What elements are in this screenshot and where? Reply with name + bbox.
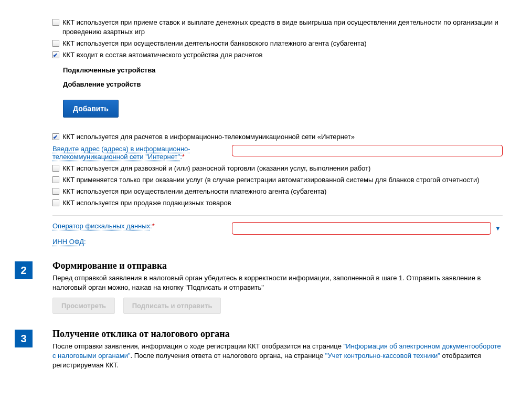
internet-address-label: Введите адрес (адреса) в информационно-т… — [52, 145, 232, 161]
step-2-text: Перед отправкой заявления в налоговый ор… — [52, 273, 503, 292]
step-2-title: Формирование и отправка — [52, 260, 503, 271]
checkbox-mobile-trade[interactable] — [52, 165, 59, 172]
checkbox-services-only[interactable] — [52, 176, 59, 183]
separator — [52, 215, 503, 216]
step-3-badge: 3 — [15, 330, 33, 347]
link-kkt-accounting[interactable]: "Учет контрольно-кассовой техники" — [325, 352, 440, 360]
checkbox-mobile-trade-label: ККТ используется для развозной и (или) р… — [62, 164, 517, 173]
add-button[interactable]: Добавить — [63, 100, 119, 118]
checkbox-payment-agent[interactable] — [52, 188, 59, 195]
checkbox-payment-agent-label: ККТ используется при осуществлении деяте… — [62, 187, 517, 196]
checkbox-gambling-label: ККТ используется при приеме ставок и вып… — [62, 18, 517, 37]
checkbox-auto-device-label: ККТ входит в состав автоматического устр… — [62, 50, 517, 60]
inn-ofd-label: ИНН ОФД: — [52, 238, 86, 246]
step-3-title: Получение отклика от налогового органа — [52, 329, 503, 340]
preview-button: Просмотреть — [52, 298, 115, 314]
checkbox-gambling[interactable] — [52, 19, 59, 26]
checkbox-bank-agent-label: ККТ используется при осуществлении деяте… — [62, 39, 517, 48]
heading-add-devices: Добавление устройств — [63, 80, 517, 88]
chevron-down-icon[interactable]: ▼ — [493, 224, 503, 233]
step-2-badge: 2 — [15, 261, 33, 279]
sign-send-button: Подписать и отправить — [123, 298, 221, 314]
checkbox-auto-device[interactable] — [52, 51, 59, 58]
heading-connected-devices: Подключенные устройства — [63, 66, 517, 74]
ofd-operator-select[interactable] — [232, 222, 491, 235]
checkbox-excise-label: ККТ используется при продаже подакцизных… — [62, 198, 517, 208]
checkbox-internet[interactable] — [52, 133, 59, 140]
internet-address-input[interactable] — [232, 145, 503, 156]
checkbox-services-only-label: ККТ применяется только при оказании услу… — [62, 175, 517, 185]
checkbox-bank-agent[interactable] — [52, 40, 59, 47]
checkbox-excise[interactable] — [52, 199, 59, 206]
ofd-operator-label: Оператор фискальных данных:* — [52, 222, 232, 230]
checkbox-internet-label: ККТ используется для расчетов в информац… — [62, 132, 517, 142]
step-3-text: После отправки заявления, информация о х… — [52, 342, 503, 370]
